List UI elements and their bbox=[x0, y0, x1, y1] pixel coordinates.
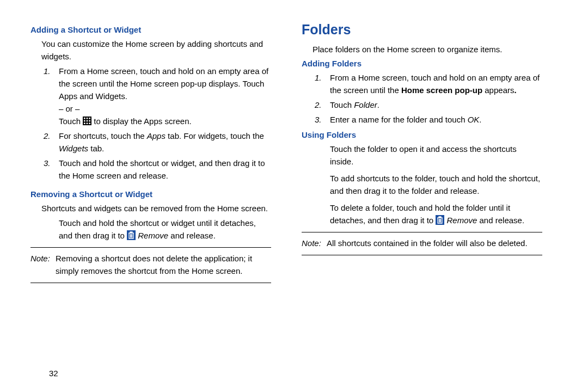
heading-removing-shortcut: Removing a Shortcut or Widget bbox=[30, 189, 271, 199]
folders-step3: Enter a name for the folder and touch OK… bbox=[330, 113, 542, 126]
svg-rect-9 bbox=[89, 122, 91, 124]
trash-icon bbox=[436, 215, 444, 225]
svg-rect-5 bbox=[87, 120, 88, 122]
removing-step: Touch and hold the shortcut or widget un… bbox=[59, 217, 271, 242]
using-p1: Touch the folder to open it and access t… bbox=[330, 143, 542, 168]
step-number: 3. bbox=[315, 113, 330, 126]
section-folders: Folders bbox=[302, 22, 542, 38]
svg-rect-3 bbox=[89, 118, 91, 119]
removing-intro: Shortcuts and widgets can be removed fro… bbox=[41, 202, 271, 215]
svg-rect-8 bbox=[87, 122, 88, 124]
step-number: 2. bbox=[44, 130, 59, 155]
trash-icon bbox=[127, 230, 136, 240]
svg-rect-6 bbox=[89, 120, 91, 122]
step3: Touch and hold the shortcut or widget, a… bbox=[59, 157, 271, 182]
divider bbox=[302, 232, 542, 232]
svg-rect-4 bbox=[84, 120, 85, 122]
heading-using-folders: Using Folders bbox=[302, 130, 542, 139]
svg-rect-7 bbox=[84, 122, 85, 124]
step-number: 2. bbox=[315, 99, 330, 111]
divider bbox=[30, 283, 271, 283]
heading-adding-shortcut: Adding a Shortcut or Widget bbox=[30, 25, 271, 34]
note-folders: Note: All shortcuts contained in the fol… bbox=[302, 237, 542, 249]
using-p3: To delete a folder, touch and hold the f… bbox=[330, 201, 542, 226]
step-number: 1. bbox=[44, 65, 59, 127]
apps-grid-icon bbox=[83, 117, 91, 125]
step1: From a Home screen, touch and hold on an… bbox=[59, 65, 271, 127]
step2: For shortcuts, touch the Apps tab. For w… bbox=[59, 130, 271, 155]
using-p2: To add shortcuts to the folder, touch an… bbox=[330, 172, 542, 197]
adding-intro: You can customize the Home screen by add… bbox=[41, 38, 271, 63]
heading-adding-folders: Adding Folders bbox=[302, 59, 542, 68]
folders-step1: From a Home screen, touch and hold on an… bbox=[330, 71, 542, 96]
page-number: 32 bbox=[49, 369, 58, 378]
folders-step2: Touch Folder. bbox=[330, 99, 542, 111]
divider bbox=[302, 255, 542, 255]
svg-rect-2 bbox=[87, 118, 88, 119]
divider bbox=[30, 247, 271, 248]
svg-rect-1 bbox=[84, 118, 85, 119]
folders-intro: Place folders on the Home screen to orga… bbox=[313, 43, 542, 56]
step-number: 1. bbox=[315, 71, 330, 96]
note-removing: Note: Removing a shortcut does not delet… bbox=[30, 252, 271, 277]
step-number: 3. bbox=[44, 157, 59, 182]
